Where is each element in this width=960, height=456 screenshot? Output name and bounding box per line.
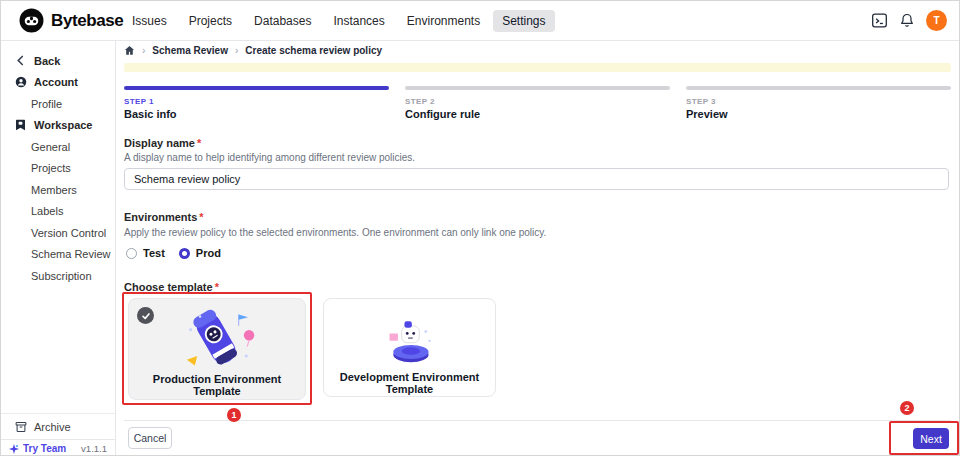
user-circle-icon <box>14 76 27 88</box>
nav-item-issues[interactable]: Issues <box>123 10 176 32</box>
choose-template-label: Choose template* <box>124 281 219 293</box>
next-button[interactable]: Next <box>913 428 949 449</box>
step-progress-bar <box>124 86 389 90</box>
nav-item-settings[interactable]: Settings <box>493 10 554 32</box>
footer-divider <box>124 420 951 421</box>
breadcrumb-create-policy: Create schema review policy <box>245 45 382 56</box>
breadcrumb-schema-review[interactable]: Schema Review <box>152 45 228 56</box>
nav-item-instances[interactable]: Instances <box>324 10 393 32</box>
annotation-badge-2: 2 <box>900 401 914 415</box>
sidebar-item-profile[interactable]: Profile <box>1 93 115 115</box>
navbar-right: T <box>871 10 960 31</box>
template-card-title: Development Environment Template <box>324 371 495 395</box>
environments-description: Apply the review policy to the selected … <box>124 227 546 238</box>
sidebar-item-projects[interactable]: Projects <box>1 158 115 180</box>
sidebar-section-label: Account <box>34 76 78 88</box>
sidebar-item-general[interactable]: General <box>1 136 115 158</box>
archive-button[interactable]: Archive <box>1 414 115 439</box>
sidebar-item-schema-review[interactable]: Schema Review <box>1 244 115 266</box>
home-icon[interactable] <box>124 45 135 56</box>
template-card-production[interactable]: Production Environment Template <box>128 298 306 400</box>
radio-prod[interactable]: Prod <box>179 247 221 259</box>
breadcrumb: › Schema Review › Create schema review p… <box>124 45 382 56</box>
sidebar-section-label: Workspace <box>34 119 93 131</box>
back-label: Back <box>34 55 60 67</box>
wizard-stepper: STEP 1 Basic info STEP 2 Configure rule … <box>124 86 951 120</box>
brand-name: Bytebase <box>51 11 123 31</box>
user-avatar[interactable]: T <box>926 10 947 31</box>
required-asterisk: * <box>215 281 219 293</box>
template-card-title: Production Environment Template <box>129 373 305 397</box>
sidebar-section-workspace[interactable]: Workspace <box>1 115 115 137</box>
chevron-left-icon <box>14 55 27 66</box>
settings-sidebar: Back Account Profile Workspace General P… <box>1 41 116 456</box>
terminal-icon[interactable] <box>871 12 888 29</box>
sidebar-archive-row-wrap: Archive <box>1 413 115 439</box>
template-card-development[interactable]: Development Environment Template <box>323 298 496 397</box>
radio-circle-icon <box>179 248 190 259</box>
step-basic-info: STEP 1 Basic info <box>124 86 389 120</box>
bytebase-logo-icon <box>19 8 44 33</box>
nav-item-databases[interactable]: Databases <box>245 10 320 32</box>
step-configure-rule: STEP 2 Configure rule <box>405 86 670 120</box>
step-preview: STEP 3 Preview <box>686 86 951 120</box>
environments-label: Environments* <box>124 211 204 223</box>
display-name-label: Display name* <box>124 137 201 149</box>
try-team-label: Try Team <box>23 443 66 454</box>
back-button[interactable]: Back <box>1 50 115 72</box>
version-label: v1.1.1 <box>81 443 107 454</box>
step-progress-bar <box>686 86 951 90</box>
top-navbar: Bytebase Issues Projects Databases Insta… <box>1 1 960 41</box>
archive-icon <box>14 421 27 433</box>
breadcrumb-separator: › <box>235 45 238 56</box>
step-progress-bar <box>405 86 670 90</box>
sidebar-item-version-control[interactable]: Version Control <box>1 222 115 244</box>
app-window: Bytebase Issues Projects Databases Insta… <box>0 0 960 456</box>
display-name-input[interactable] <box>124 168 949 190</box>
brand[interactable]: Bytebase <box>1 8 123 33</box>
required-asterisk: * <box>197 137 201 149</box>
production-template-illustration <box>129 307 305 373</box>
main-nav: Issues Projects Databases Instances Envi… <box>123 10 555 32</box>
development-template-illustration <box>324 313 495 365</box>
nav-item-projects[interactable]: Projects <box>180 10 241 32</box>
required-asterisk: * <box>199 211 203 223</box>
display-name-description: A display name to help identifying among… <box>124 152 415 163</box>
environment-radio-group: Test Prod <box>126 247 221 259</box>
bell-icon[interactable] <box>899 12 915 29</box>
sidebar-section-account[interactable]: Account <box>1 72 115 94</box>
sidebar-item-subscription[interactable]: Subscription <box>1 265 115 287</box>
highlight-bar <box>124 63 951 72</box>
breadcrumb-separator: › <box>142 45 145 56</box>
radio-test[interactable]: Test <box>126 247 165 259</box>
sidebar-item-members[interactable]: Members <box>1 179 115 201</box>
cancel-button[interactable]: Cancel <box>128 427 172 449</box>
sidebar-item-labels[interactable]: Labels <box>1 201 115 223</box>
sidebar-footer: Try Team v1.1.1 <box>1 439 115 456</box>
workspace-icon <box>14 119 27 131</box>
sparkle-icon <box>9 444 19 454</box>
try-team-button[interactable]: Try Team <box>9 443 66 454</box>
nav-item-environments[interactable]: Environments <box>398 10 489 32</box>
radio-circle-icon <box>126 248 137 259</box>
